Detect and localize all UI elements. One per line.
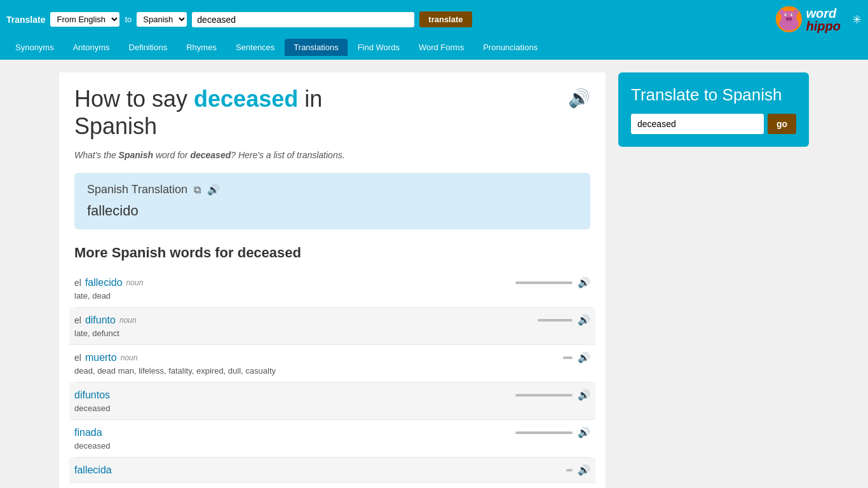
widget-form: go <box>631 114 796 134</box>
title-word: deceased <box>194 86 298 112</box>
logo: word hippo <box>771 5 841 34</box>
search-input[interactable] <box>192 12 414 27</box>
title-in: in <box>298 86 322 112</box>
word-article: el <box>74 315 81 325</box>
svg-point-8 <box>792 14 793 15</box>
nav-sentences[interactable]: Sentences <box>227 39 283 56</box>
speaker-icon[interactable]: 🔊 <box>578 276 590 288</box>
from-language-select[interactable]: From English <box>50 12 119 27</box>
speaker-icon[interactable]: 🔊 <box>578 426 590 438</box>
frequency-bar <box>515 394 573 396</box>
nav-find-words[interactable]: Find Words <box>349 39 409 56</box>
translation-box-header: Spanish Translation ⧉ 🔊 <box>87 183 578 196</box>
list-item: elmuertonoun🔊dead, dead man, lifeless, f… <box>74 345 590 383</box>
word-link[interactable]: fallecido <box>85 277 123 288</box>
word-pos: noun <box>126 278 144 287</box>
header: Translate From English to Spanish transl… <box>0 0 868 39</box>
nav-word-forms[interactable]: Word Forms <box>410 39 473 56</box>
nav-rhymes[interactable]: Rhymes <box>177 39 226 56</box>
main-container: How to say deceased inSpanish 🔊 What's t… <box>53 60 815 488</box>
wordhippo-brand: word hippo <box>806 7 841 32</box>
main-speaker-icon[interactable]: 🔊 <box>568 88 590 109</box>
word-list: elfallecidonoun🔊late, deadeldifuntonoun🔊… <box>74 270 590 483</box>
widget-go-button[interactable]: go <box>768 114 796 134</box>
speaker-icon[interactable]: 🔊 <box>578 389 590 401</box>
translation-box: Spanish Translation ⧉ 🔊 fallecido <box>74 173 590 229</box>
content-area: How to say deceased inSpanish 🔊 What's t… <box>59 72 606 488</box>
word-meanings: deceased <box>74 403 590 413</box>
word-meanings: dead, dead man, lifeless, fatality, expi… <box>74 366 590 376</box>
list-item: elfallecidonoun🔊late, dead <box>74 270 590 308</box>
word-link[interactable]: difuntos <box>74 390 110 401</box>
widget-search-input[interactable] <box>631 114 764 134</box>
title-prefix: How to say <box>74 86 194 112</box>
word-meanings: late, dead <box>74 291 590 301</box>
word-pos: noun <box>119 316 137 325</box>
to-language-select[interactable]: Spanish <box>137 12 187 27</box>
frequency-bar <box>515 281 573 284</box>
speaker-icon[interactable]: 🔊 <box>578 464 590 476</box>
nav-translations[interactable]: Translations <box>285 39 347 56</box>
speaker-icon[interactable]: 🔊 <box>578 351 590 363</box>
list-item: fallecida🔊 <box>69 458 595 483</box>
word-link[interactable]: difunto <box>85 315 116 326</box>
translation-word: fallecido <box>87 203 578 219</box>
svg-point-7 <box>785 14 787 15</box>
word-article: el <box>74 278 81 288</box>
word-meanings: deceased <box>74 441 590 451</box>
navigation: Synonyms Antonyms Definitions Rhymes Sen… <box>0 39 868 60</box>
svg-point-3 <box>779 10 784 15</box>
translate-button[interactable]: translate <box>419 11 471 27</box>
page-title: How to say deceased inSpanish <box>74 85 322 140</box>
frequency-bar <box>563 356 573 359</box>
wordhippo-logo-image <box>771 5 806 34</box>
subtitle: What's the Spanish word for deceased? He… <box>74 150 590 160</box>
sidebar: Translate to Spanish go <box>618 72 809 488</box>
frequency-bar <box>566 469 573 471</box>
speaker-icon-box[interactable]: 🔊 <box>207 184 220 196</box>
translation-box-label: Spanish Translation <box>87 183 187 196</box>
nav-definitions[interactable]: Definitions <box>120 39 177 56</box>
frequency-bar <box>515 431 573 434</box>
list-item: eldifuntonoun🔊late, defunct <box>69 308 595 345</box>
list-item: finada🔊deceased <box>74 420 590 458</box>
translate-label: Translate <box>6 15 45 25</box>
word-meanings: late, defunct <box>74 329 590 338</box>
to-label: to <box>125 15 132 24</box>
widget-title: Translate to Spanish <box>631 85 796 105</box>
more-words-title: More Spanish words for deceased <box>74 245 590 261</box>
copy-icon[interactable]: ⧉ <box>194 184 201 196</box>
nav-synonyms[interactable]: Synonyms <box>6 39 63 56</box>
svg-point-11 <box>789 18 791 20</box>
frequency-bar <box>538 319 573 322</box>
nav-antonyms[interactable]: Antonyms <box>64 39 119 56</box>
svg-point-10 <box>786 18 788 20</box>
title-lang: Spanish <box>74 113 157 139</box>
word-article: el <box>74 353 81 363</box>
list-item: difuntos🔊deceased <box>69 383 595 420</box>
translate-widget: Translate to Spanish go <box>618 72 809 147</box>
nav-pronunciations[interactable]: Pronunciations <box>474 39 546 56</box>
word-link[interactable]: muerto <box>85 352 117 363</box>
svg-point-4 <box>793 10 798 15</box>
speaker-icon[interactable]: 🔊 <box>578 314 590 326</box>
star-icon[interactable]: ✳ <box>852 13 862 27</box>
word-pos: noun <box>121 353 138 362</box>
word-link[interactable]: fallecida <box>74 464 112 476</box>
word-link[interactable]: finada <box>74 427 102 438</box>
